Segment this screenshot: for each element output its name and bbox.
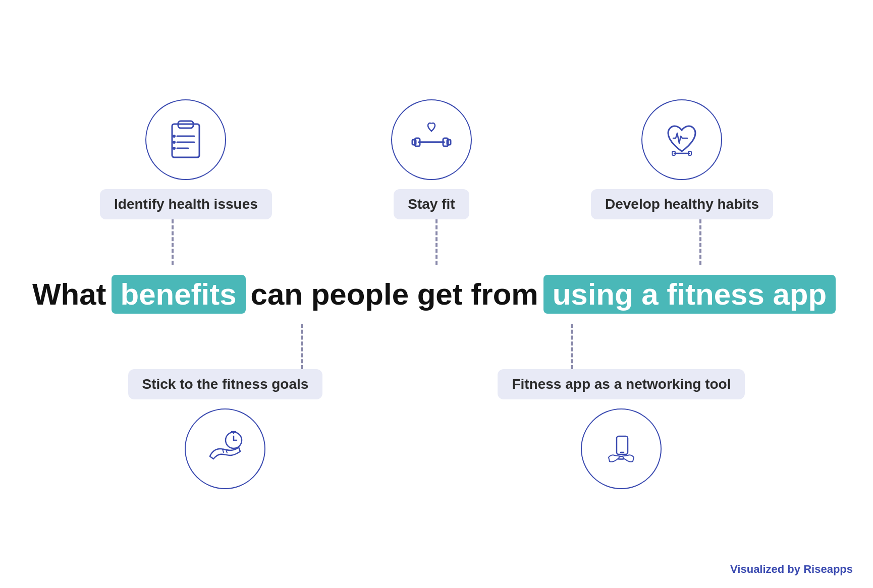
svg-rect-22: [617, 436, 628, 454]
dashed-line-1: [172, 219, 174, 265]
top-row: Identify health issues Stay fit: [40, 99, 833, 219]
fitness-networking-label: Fitness app as a networking tool: [498, 369, 745, 399]
heart-monitor-icon-circle: [641, 99, 722, 180]
svg-point-6: [173, 141, 176, 144]
dashed-lines-top: [40, 219, 833, 265]
dashed-line-2: [435, 219, 438, 265]
phone-hands-icon-circle: [581, 408, 662, 489]
heading-highlight2: using a fitness app: [543, 275, 836, 314]
top-item-3: Develop healthy habits: [591, 99, 773, 219]
dashed-lines-bottom: [40, 324, 833, 369]
top-item-2: Stay fit: [391, 99, 472, 219]
stick-fitness-goals-label: Stick to the fitness goals: [128, 369, 323, 399]
dumbbell-icon-circle: [391, 99, 472, 180]
bottom-item-1: Stick to the fitness goals: [128, 369, 323, 489]
watermark-brand: Riseapps: [803, 563, 853, 575]
heading-part2: can people get from: [251, 277, 538, 312]
identify-health-issues-label: Identify health issues: [100, 189, 272, 219]
develop-healthy-habits-label: Develop healthy habits: [591, 189, 773, 219]
main-container: Identify health issues Stay fit: [0, 0, 873, 588]
svg-rect-0: [172, 124, 199, 157]
watermark: Visualized by Riseapps: [730, 563, 853, 576]
dashed-line-5: [571, 324, 573, 369]
stay-fit-label: Stay fit: [394, 189, 469, 219]
heading-highlight1: benefits: [112, 275, 246, 314]
bottom-row: Stick to the fitness goals: [40, 369, 833, 489]
shoe-timer-icon-circle: [185, 408, 265, 489]
clipboard-icon-circle: [145, 99, 226, 180]
dashed-line-3: [699, 219, 701, 265]
main-heading-row: What benefits can people get from using …: [32, 265, 841, 324]
heading-part1: What: [32, 277, 106, 312]
svg-point-5: [173, 135, 176, 138]
bottom-item-2: Fitness app as a networking tool: [498, 369, 745, 489]
dashed-line-4: [301, 324, 303, 369]
svg-point-7: [173, 147, 176, 150]
watermark-prefix: Visualized by: [730, 563, 800, 575]
top-item-1: Identify health issues: [100, 99, 272, 219]
